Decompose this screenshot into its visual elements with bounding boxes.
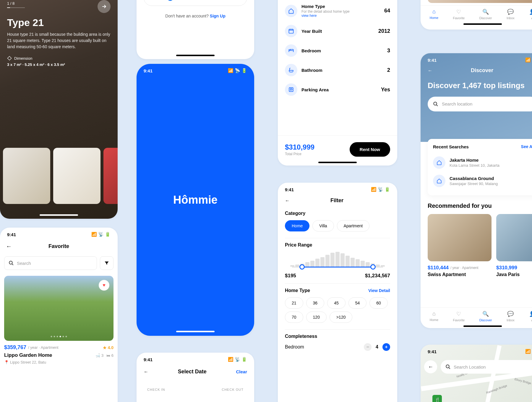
bath-count: 🛁 3 [95,353,103,358]
filter-screen: 9:41📶 📡 🔋 ← Filter Category Home Villa A… [278,183,397,402]
type-description: House type 21 is small because the build… [7,31,111,50]
favorite-button[interactable]: ♥ [99,280,109,291]
nav-favorite[interactable]: ♡Favorite [453,9,465,20]
filter-icon [104,260,109,266]
rent-now-button[interactable]: Rent Now [350,142,390,157]
nav-favorite[interactable]: ♡Favorite [453,311,465,322]
stepper-plus[interactable]: + [382,343,390,351]
discover-headline: Discover 1,467 top listings [428,81,532,91]
filter-button[interactable] [100,256,113,270]
facility-row: Bedroom 3 [285,41,390,60]
listing-card[interactable]: $110,444/ year · Apartment Swiss Apartme… [428,214,492,277]
thumbnail[interactable] [103,148,118,204]
bath-icon [285,64,297,76]
discover-screen: 9:41📶 📡 ← Discover Discover 1,467 top li… [421,53,532,328]
listing-card[interactable]: $310,999 Java Paris [496,214,532,277]
slider-handle-min[interactable] [299,264,305,270]
next-image-button[interactable] [98,0,111,13]
facility-row: Home Type For the detail about home type… [285,0,390,21]
stepper-minus[interactable]: − [364,343,372,351]
facebook-login-button[interactable]: f Login with Facebook [144,0,247,6]
recent-search-item[interactable]: Cassablanca GroundSawojajar Street 90, M… [433,172,532,190]
price-slider[interactable] [292,267,383,268]
type-chip[interactable]: 45 [327,297,346,309]
listing-address: 📍 Lippo Street 22, Batu [4,360,113,364]
clear-button[interactable]: Clear [236,369,247,374]
thumbnail[interactable] [3,148,50,204]
nav-inbox[interactable]: 💬Inbox [507,9,515,20]
type-chip[interactable]: 120 [306,312,327,323]
checkin-label: CHECK IN [147,388,165,391]
search-icon [9,260,14,266]
page-title: Select Date [148,369,236,375]
facilities-screen: Facilities Home Type For the detail abou… [278,0,397,166]
search-input[interactable]: Search [4,256,97,270]
home-icon [433,156,445,169]
recent-searches-card: Recent Searches See A Jakarta HomeKota L… [428,139,532,195]
app-logo: Hômmie [173,194,218,206]
bedroom-stepper: − 4 + [364,343,390,351]
page-title: Favorite [12,243,106,249]
back-button[interactable]: ← [424,360,437,373]
svg-point-4 [434,102,437,105]
home-indicator [40,214,78,216]
category-chip-home[interactable]: Home [285,220,309,231]
category-chip-villa[interactable]: Villa [312,220,334,231]
map-poi-restaurant[interactable]: 🍴 [432,395,442,402]
facility-row: Parking Area Yes [285,80,390,99]
type-chip[interactable]: 54 [348,297,367,309]
thumbnail[interactable] [53,148,100,204]
listing-card[interactable]: ♥ $359,767 / year · Apartment ★ 4.0 Lipp… [4,276,113,364]
listing-image: ♥ [4,276,113,341]
parking-icon [285,83,297,96]
status-icons: 📶 📡 🔋 [91,232,111,237]
home-indicator [176,331,215,332]
search-input[interactable]: Search location [428,97,532,111]
facility-row: Year Built 2012 [285,21,390,41]
svg-rect-3 [289,87,293,91]
type-chip[interactable]: 21 [285,297,303,309]
signup-link[interactable]: Sign Up [210,14,226,18]
type-chip[interactable]: 36 [306,297,325,309]
nav-home[interactable]: ⌂Home [430,9,438,20]
nav-discover[interactable]: 🔍Discover [479,9,492,20]
back-button[interactable]: ← [144,369,148,375]
facility-row: Bathroom 2 [285,60,390,80]
search-icon [433,101,438,107]
home-indicator [176,55,215,56]
type-chip[interactable]: >120 [330,312,353,323]
total-price: $310,999 [285,143,314,151]
svg-point-5 [446,365,449,368]
svg-point-1 [9,261,12,264]
back-button[interactable]: ← [428,68,432,73]
thumbnail-row [3,148,118,204]
home-indicator [318,162,357,163]
home-icon [285,5,297,17]
category-chip-apartment[interactable]: Apartment [337,220,370,231]
nav-inbox[interactable]: 💬Inbox [507,311,515,322]
login-screen: f Login with Facebook Don't have an acco… [137,0,254,59]
facebook-icon: f [167,0,173,1]
nav-home[interactable]: ⌂Home [430,311,438,322]
calendar-icon [285,25,297,37]
svg-rect-2 [289,29,293,33]
back-button[interactable]: ← [285,198,290,203]
view-detail-link[interactable]: View Detail [368,288,390,293]
type-title: Type 21 [7,17,111,28]
search-input[interactable]: Search Location [441,360,532,374]
back-button[interactable]: ← [6,243,12,250]
recent-search-item[interactable]: Jakarta HomeKota Lama Street 10, Jakarta [433,153,532,172]
type-chip[interactable]: 70 [285,312,303,323]
home-indicator [463,23,502,25]
image-counter: 1 / 8 [7,1,111,6]
see-all-link[interactable]: See A [521,144,532,149]
type-chip[interactable]: 60 [369,297,388,309]
view-here-link[interactable]: view here [301,14,350,18]
checkout-label: CHECK OUT [222,388,244,391]
favorite-screen: 9:41📶 📡 🔋 ← Favorite Search ♥ $359,767 /… [0,228,118,402]
nav-account[interactable]: 👤A [529,9,532,20]
dimension-values: 3 x 7 m² · 5.25 x 4 m² · 6 x 3.5 m² [7,62,111,67]
slider-handle-max[interactable] [370,264,376,270]
nav-discover[interactable]: 🔍Discover [479,311,492,322]
nav-account[interactable]: 👤A [529,311,532,322]
